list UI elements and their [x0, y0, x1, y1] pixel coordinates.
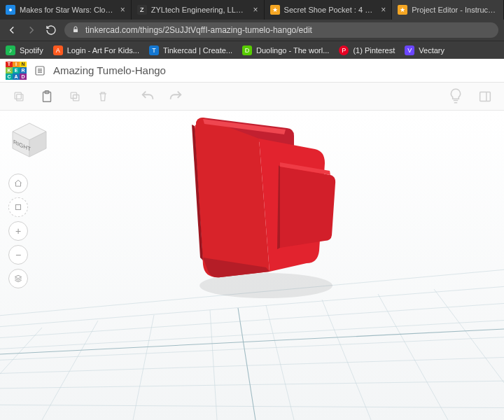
close-icon[interactable]: ×	[253, 5, 258, 15]
project-title[interactable]: Amazing Tumelo-Hango	[53, 64, 166, 76]
url-input[interactable]: tinkercad.com/things/2SuJJtVqffI-amazing…	[64, 22, 498, 38]
design-menu-icon[interactable]	[34, 64, 46, 77]
duplicate-icon[interactable]	[66, 88, 84, 106]
copy-icon[interactable]	[10, 88, 28, 106]
spotify-icon: ♪	[6, 46, 15, 55]
viewcube[interactable]: RIGHT	[8, 119, 50, 161]
plus-icon: +	[15, 225, 21, 237]
browser-address-bar: tinkercad.com/things/2SuJJtVqffI-amazing…	[0, 20, 504, 41]
ortho-toggle-button[interactable]	[8, 269, 28, 288]
bookmark-item[interactable]: ALogin - Art For Kids...	[53, 46, 139, 55]
redo-icon[interactable]	[167, 88, 185, 106]
svg-rect-0	[74, 29, 78, 32]
browser-tab-strip: ● Makes for Star Wars: Clone Ai... × Z Z…	[0, 0, 504, 20]
svg-rect-6	[15, 92, 21, 99]
url-text: tinkercad.com/things/2SuJJtVqffI-amazing…	[85, 25, 312, 35]
tab-label: Secret Shoe Pocket : 4 Steps -	[284, 6, 377, 14]
view-controls: + −	[8, 174, 28, 288]
model-shape[interactable]	[175, 111, 357, 307]
svg-rect-36	[16, 205, 21, 210]
fit-view-button[interactable]	[8, 197, 28, 217]
duolingo-icon: D	[242, 46, 252, 55]
bookmark-label: Duolingo - The worl...	[256, 46, 329, 55]
lock-icon	[71, 25, 80, 36]
workplane-canvas[interactable]: RIGHT + −	[0, 111, 504, 420]
art-icon: A	[53, 46, 63, 55]
bookmarks-bar: ♪Spotify ALogin - Art For Kids... TTinke…	[0, 41, 504, 59]
tab-favicon: ★	[398, 5, 407, 15]
undo-icon[interactable]	[139, 88, 157, 106]
svg-rect-9	[71, 92, 76, 98]
bookmark-item[interactable]: P(1) Pinterest	[339, 46, 395, 55]
delete-icon[interactable]	[94, 88, 112, 106]
bookmark-label: Tinkercad | Create...	[163, 46, 232, 55]
tab-favicon: ★	[270, 5, 280, 15]
reload-icon[interactable]	[45, 24, 57, 36]
paste-icon[interactable]	[38, 88, 56, 106]
bookmark-item[interactable]: DDuolingo - The worl...	[242, 46, 329, 55]
tab-favicon: ●	[6, 5, 15, 15]
home-view-button[interactable]	[8, 174, 28, 193]
svg-rect-5	[17, 94, 23, 100]
pinterest-icon: P	[339, 46, 349, 55]
tab-favicon: Z	[137, 5, 147, 15]
svg-rect-10	[74, 94, 79, 100]
tab-label: Makes for Star Wars: Clone Ai...	[20, 6, 116, 14]
tinkercad-icon: T	[149, 46, 159, 55]
close-icon[interactable]: ×	[120, 5, 125, 15]
bulb-icon[interactable]	[447, 87, 466, 106]
minus-icon: −	[15, 249, 21, 260]
vectary-icon: V	[405, 46, 414, 55]
bookmark-item[interactable]: VVectary	[405, 46, 444, 55]
browser-tab[interactable]: ★ Secret Shoe Pocket : 4 Steps - ×	[265, 0, 393, 20]
bookmark-label: Vectary	[419, 46, 444, 55]
tab-label: ZYLtech Engineering, LLC - Sho	[151, 6, 249, 14]
svg-rect-11	[480, 92, 491, 101]
editor-toolbar	[0, 83, 504, 111]
bookmark-label: (1) Pinterest	[353, 46, 395, 55]
tab-label: Project Editor - Instructables	[412, 6, 498, 14]
browser-tab[interactable]: ● Makes for Star Wars: Clone Ai... ×	[0, 0, 132, 20]
bookmark-item[interactable]: ♪Spotify	[6, 46, 43, 55]
tinkercad-logo[interactable]: TIN KER CAD	[6, 62, 27, 80]
zoom-in-button[interactable]: +	[8, 221, 28, 241]
back-icon[interactable]	[6, 24, 18, 36]
browser-tab[interactable]: Z ZYLtech Engineering, LLC - Sho ×	[132, 0, 265, 20]
close-icon[interactable]: ×	[381, 5, 386, 15]
bookmark-label: Spotify	[20, 46, 43, 55]
browser-tab[interactable]: ★ Project Editor - Instructables	[392, 0, 504, 20]
zoom-out-button[interactable]: −	[8, 245, 28, 265]
panel-toggle-icon[interactable]	[476, 88, 494, 106]
app-header: TIN KER CAD Amazing Tumelo-Hango	[0, 59, 504, 83]
forward-icon[interactable]	[25, 24, 38, 36]
bookmark-label: Login - Art For Kids...	[67, 46, 139, 55]
bookmark-item[interactable]: TTinkercad | Create...	[149, 46, 232, 55]
